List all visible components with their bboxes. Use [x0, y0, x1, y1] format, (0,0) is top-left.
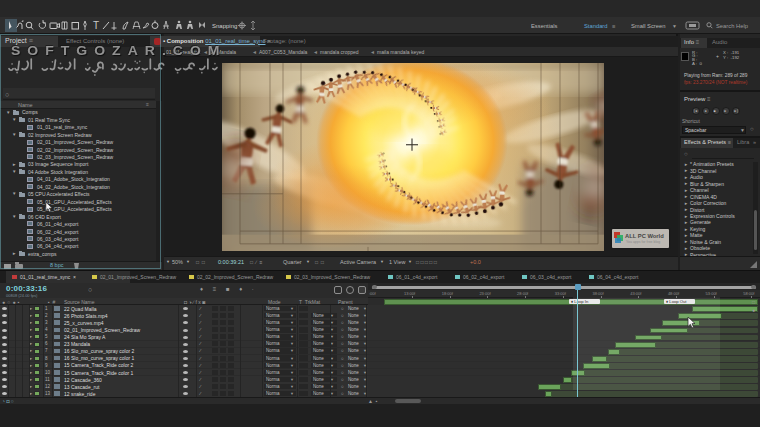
svg-text:Snapping: Snapping: [212, 23, 237, 29]
svg-text:Standard: Standard: [584, 23, 608, 29]
svg-text:Search Help: Search Help: [716, 23, 748, 29]
svg-text:T: T: [93, 20, 99, 31]
svg-text:▼: ▼: [672, 23, 677, 29]
svg-text:≡: ≡: [612, 23, 616, 29]
svg-text:Small Screen: Small Screen: [631, 23, 665, 29]
svg-text:Essentials: Essentials: [531, 23, 558, 29]
